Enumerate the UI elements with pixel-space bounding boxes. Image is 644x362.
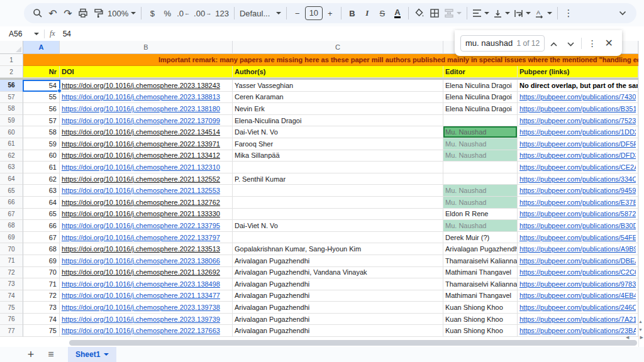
cell-doi[interactable]: https://doi.org/10.1016/j.chemosphere.20…: [60, 302, 233, 314]
doi-link[interactable]: https://doi.org/10.1016/j.chemosphere.20…: [62, 304, 220, 311]
header-cell-pubpeer[interactable]: Pubpeer (links): [518, 66, 638, 78]
cell-editor[interactable]: Kuan Shiong Khoo: [443, 325, 518, 337]
pubpeer-link[interactable]: https://pubpeer.com/publications/C2C63B: [519, 268, 636, 276]
cell-author[interactable]: Arivalagan Pugazhendhi, Vandana Vinayak: [233, 267, 443, 279]
cell-pubpeer[interactable]: https://pubpeer.com/publications/7523E1: [518, 115, 638, 127]
doi-link[interactable]: https://doi.org/10.1016/j.chemosphere.20…: [62, 151, 220, 159]
cell-doi[interactable]: https://doi.org/10.1016/j.chemosphere.20…: [60, 92, 233, 104]
pubpeer-link[interactable]: https://pubpeer.com/publications/5872F8: [519, 210, 636, 217]
header-cell-nr[interactable]: Nr: [23, 66, 60, 78]
doi-link[interactable]: https://doi.org/10.1016/j.chemosphere.20…: [62, 199, 220, 206]
cell-author[interactable]: Arivalagan Pugazhendhi: [233, 290, 443, 302]
cell-nr[interactable]: 61: [23, 162, 60, 173]
row-header[interactable]: 73: [0, 278, 23, 290]
cell-author[interactable]: Arivalagan Pugazhendhi: [233, 278, 443, 290]
formula-input[interactable]: 54: [63, 30, 71, 38]
pubpeer-link[interactable]: https://pubpeer.com/publications/DBEA42: [519, 257, 636, 265]
cell-pubpeer[interactable]: https://pubpeer.com/publications/74301A: [518, 92, 638, 104]
row-header[interactable]: 61: [0, 138, 23, 150]
cell-author[interactable]: [233, 162, 443, 173]
cell-nr[interactable]: 65: [23, 209, 60, 221]
scroll-left-icon[interactable]: ◀: [626, 335, 629, 340]
doi-link[interactable]: https://doi.org/10.1016/j.chemosphere.20…: [62, 268, 220, 276]
cell-nr[interactable]: 63: [23, 185, 60, 197]
cell-doi[interactable]: https://doi.org/10.1016/j.chemosphere.20…: [60, 325, 233, 337]
cell-editor[interactable]: Mu. Naushad: [443, 138, 518, 150]
cell-doi[interactable]: https://doi.org/10.1016/j.chemosphere.20…: [60, 232, 233, 244]
cell-nr[interactable]: 58: [23, 126, 60, 138]
text-rotation-button[interactable]: A: [533, 5, 554, 21]
cell-editor[interactable]: Mu. Naushad: [443, 220, 518, 232]
cell-nr[interactable]: 75: [23, 325, 60, 337]
redo-button[interactable]: ↷: [60, 5, 75, 21]
cell-editor[interactable]: Mathimani Thangavel: [443, 290, 518, 302]
row-header[interactable]: 56: [0, 80, 23, 92]
select-all-corner[interactable]: [0, 41, 23, 54]
cell-nr[interactable]: 56: [23, 103, 60, 115]
row-header[interactable]: 65: [0, 185, 23, 197]
cell-editor[interactable]: Arivalagan Pugazhendhi: [443, 243, 518, 255]
doi-link[interactable]: https://doi.org/10.1016/j.chemosphere.20…: [62, 175, 220, 183]
print-button[interactable]: [75, 5, 91, 21]
cell-pubpeer[interactable]: https://pubpeer.com/publications/945963: [518, 185, 638, 197]
cell-nr[interactable]: 60: [23, 150, 60, 162]
cell-doi[interactable]: https://doi.org/10.1016/j.chemosphere.20…: [60, 115, 233, 127]
cell-nr[interactable]: 66: [23, 220, 60, 232]
cell-pubpeer[interactable]: https://pubpeer.com/publications/246C21: [518, 302, 638, 314]
cell-editor[interactable]: [443, 162, 518, 173]
cell-nr[interactable]: 67: [23, 232, 60, 244]
cell-editor[interactable]: Thamaraiselvi Kaliannan: [443, 255, 518, 267]
format-percent-button[interactable]: %: [160, 5, 175, 21]
cell-pubpeer[interactable]: No direct overlap, but part of the same: [518, 80, 638, 92]
cell-pubpeer[interactable]: https://pubpeer.com/publications/23BAF2: [518, 325, 638, 337]
cell-doi[interactable]: https://doi.org/10.1016/j.chemosphere.20…: [60, 103, 233, 115]
pubpeer-link[interactable]: https://pubpeer.com/publications/7523E1: [519, 117, 636, 124]
doi-link[interactable]: https://doi.org/10.1016/j.chemosphere.20…: [62, 222, 220, 229]
doi-link[interactable]: https://doi.org/10.1016/j.chemosphere.20…: [62, 105, 220, 112]
cell-author[interactable]: [233, 209, 443, 221]
cell-pubpeer[interactable]: https://pubpeer.com/publications/C2C63B: [518, 267, 638, 279]
doi-link[interactable]: https://doi.org/10.1016/j.chemosphere.20…: [62, 140, 220, 148]
doi-link[interactable]: https://doi.org/10.1016/j.chemosphere.20…: [62, 163, 220, 171]
vertical-scrollbar-track[interactable]: [638, 41, 644, 347]
font-family-select[interactable]: Defaul...: [238, 5, 283, 21]
cell-pubpeer[interactable]: https://pubpeer.com/publications/4EB403: [518, 290, 638, 302]
cell-pubpeer[interactable]: https://pubpeer.com/publications/B35142: [518, 103, 638, 115]
cell-editor[interactable]: Elena Niculina Dragoi: [443, 92, 518, 104]
cell-nr[interactable]: 69: [23, 255, 60, 267]
borders-button[interactable]: [427, 5, 442, 21]
cell-pubpeer[interactable]: https://pubpeer.com/publications/978385: [518, 278, 638, 290]
italic-button[interactable]: I: [360, 5, 375, 21]
cell-author[interactable]: Gopalakrishnan Kumar, Sang-Hyoun Kim: [233, 243, 443, 255]
cell-editor[interactable]: Mu. Naushad: [443, 197, 518, 209]
cell-editor[interactable]: Elena Niculina Dragoi: [443, 103, 518, 115]
cell-author[interactable]: [233, 197, 443, 209]
row-header[interactable]: 57: [0, 92, 23, 104]
cell-pubpeer[interactable]: https://pubpeer.com/publications/DFD345: [518, 150, 638, 162]
cell-doi[interactable]: https://doi.org/10.1016/j.chemosphere.20…: [60, 220, 233, 232]
hide-menus-button[interactable]: [615, 5, 630, 21]
cell-pubpeer[interactable]: https://pubpeer.com/publications/DBEA42: [518, 255, 638, 267]
pubpeer-link[interactable]: https://pubpeer.com/publications/B30D05: [519, 222, 636, 229]
cell-author[interactable]: Ceren Karaman: [233, 92, 443, 104]
row-header[interactable]: 74: [0, 290, 23, 302]
scroll-up-icon[interactable]: ▲: [638, 319, 643, 324]
format-currency-button[interactable]: $: [145, 5, 160, 21]
cell-nr[interactable]: 71: [23, 278, 60, 290]
name-box[interactable]: A56: [0, 30, 39, 38]
pubpeer-link[interactable]: https://pubpeer.com/publications/978385: [519, 280, 636, 288]
doi-link[interactable]: https://doi.org/10.1016/j.chemosphere.20…: [62, 257, 220, 265]
cell-doi[interactable]: https://doi.org/10.1016/j.chemosphere.20…: [60, 197, 233, 209]
cell-editor[interactable]: Mu. Naushad: [443, 150, 518, 162]
close-find-button[interactable]: ✕: [602, 36, 616, 51]
fill-color-button[interactable]: [412, 5, 427, 21]
cell-editor[interactable]: Kuan Shiong Khoo: [443, 302, 518, 314]
cell-doi[interactable]: https://doi.org/10.1016/j.chemosphere.20…: [60, 267, 233, 279]
row-header[interactable]: 68: [0, 220, 23, 232]
header-cell-doi[interactable]: DOI: [60, 66, 233, 78]
column-header-b[interactable]: B: [60, 41, 233, 54]
cell-editor[interactable]: Eldon R Rene: [443, 209, 518, 221]
cell-doi[interactable]: https://doi.org/10.1016/j.chemosphere.20…: [60, 173, 233, 185]
row-header[interactable]: 63: [0, 162, 23, 173]
cell-doi[interactable]: https://doi.org/10.1016/j.chemosphere.20…: [60, 185, 233, 197]
